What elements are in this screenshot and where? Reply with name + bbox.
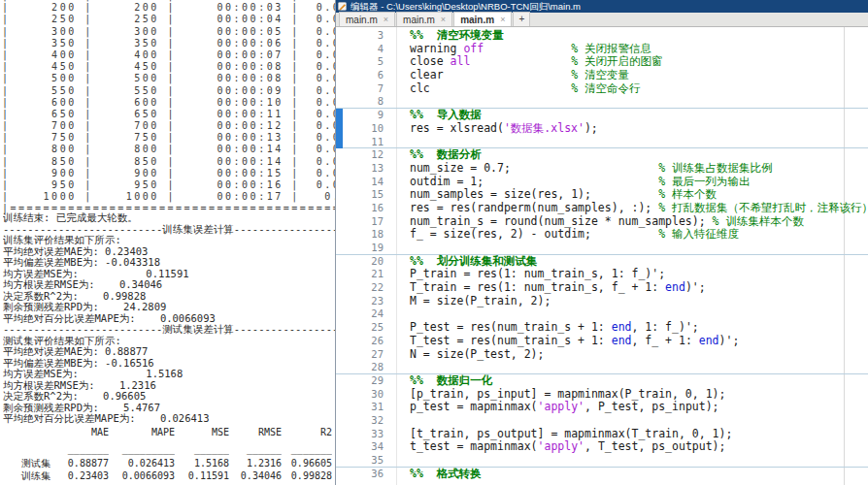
code-line-36[interactable]: 36%% 格式转换: [336, 467, 868, 481]
code-editor[interactable]: 3%% 清空环境变量4warning off % 关闭报警信息5close al…: [336, 27, 868, 485]
code-line-text[interactable]: outdim = 1; % 最后一列为输出: [396, 176, 751, 189]
code-line-text[interactable]: clc % 清空命令行: [396, 82, 641, 96]
line-number[interactable]: 9: [336, 109, 396, 122]
line-number[interactable]: 29: [336, 374, 396, 388]
code-line-27[interactable]: 27N = size(P_test, 2);: [336, 348, 868, 362]
code-line-32[interactable]: 32: [336, 414, 868, 428]
code-line-text[interactable]: T_train = res(1: num_train_s, f_ + 1: en…: [396, 281, 706, 295]
code-line-17[interactable]: 17num_train_s = round(num_size * num_sam…: [336, 215, 868, 229]
line-number[interactable]: 26: [336, 335, 396, 348]
code-line-18[interactable]: 18f_ = size(res, 2) - outdim; % 输入特征维度: [336, 228, 868, 242]
code-line-text[interactable]: clear % 清空变量: [396, 69, 629, 82]
code-line-16[interactable]: 16res = res(randperm(num_samples), :); %…: [336, 202, 868, 215]
code-line-text[interactable]: [396, 361, 410, 374]
code-line-10[interactable]: 10res = xlsread('数据集.xlsx');: [336, 122, 868, 136]
line-number[interactable]: 15: [336, 188, 396, 202]
code-line-29[interactable]: 29%% 数据归一化: [336, 373, 868, 388]
code-line-26[interactable]: 26T_test = res(num_train_s + 1: end, f_ …: [336, 335, 868, 348]
line-number[interactable]: 24: [336, 307, 396, 321]
code-line-text[interactable]: %% 清空环境变量: [396, 29, 504, 43]
line-number[interactable]: 16: [336, 202, 396, 215]
code-line-11[interactable]: 11: [336, 136, 868, 149]
code-line-4[interactable]: 4warning off % 关闭报警信息: [336, 43, 868, 56]
code-line-3[interactable]: 3%% 清空环境变量: [336, 29, 868, 43]
line-number[interactable]: 14: [336, 176, 396, 189]
code-line-text[interactable]: %% 格式转换: [396, 468, 482, 481]
line-number[interactable]: 36: [336, 468, 396, 481]
code-line-34[interactable]: 34t_test = mapminmax('apply', T_test, ps…: [336, 440, 868, 454]
line-number[interactable]: 25: [336, 321, 396, 335]
code-line-text[interactable]: close all % 关闭开启的图窗: [396, 55, 663, 69]
tab-close-icon[interactable]: ×: [500, 14, 505, 26]
code-line-text[interactable]: [396, 414, 410, 428]
code-line-text[interactable]: P_test = res(num_train_s + 1: end, 1: f_…: [396, 321, 699, 335]
code-line-33[interactable]: 33[t_train, ps_output] = mapminmax(T_tra…: [336, 428, 868, 441]
line-number[interactable]: 23: [336, 295, 396, 308]
code-line-text[interactable]: num_samples = size(res, 1); % 样本个数: [396, 188, 717, 202]
code-line-text[interactable]: [396, 242, 410, 255]
code-line-text[interactable]: num_train_s = round(num_size * num_sampl…: [396, 215, 804, 229]
code-line-text[interactable]: [p_train, ps_input] = mapminmax(P_train,…: [396, 388, 725, 402]
line-number[interactable]: 30: [336, 388, 396, 402]
code-line-text[interactable]: res = res(randperm(num_samples), :); % 打…: [396, 202, 868, 215]
tab-main-m-3[interactable]: main.m×: [453, 12, 512, 26]
code-line-text[interactable]: %% 划分训练集和测试集: [396, 255, 537, 269]
code-line-31[interactable]: 31p_test = mapminmax('apply', P_test, ps…: [336, 401, 868, 414]
code-line-text[interactable]: [396, 95, 410, 109]
code-line-text[interactable]: %% 导入数据: [396, 109, 482, 122]
code-line-text[interactable]: num_size = 0.7; % 训练集占数据集比例: [396, 162, 773, 176]
code-line-7[interactable]: 7clc % 清空命令行: [336, 82, 868, 96]
line-number[interactable]: 19: [336, 242, 396, 255]
code-line-28[interactable]: 28: [336, 361, 868, 374]
code-line-8[interactable]: 8: [336, 95, 868, 109]
line-number[interactable]: 6: [336, 69, 396, 82]
line-number[interactable]: 31: [336, 401, 396, 414]
code-line-5[interactable]: 5close all % 关闭开启的图窗: [336, 55, 868, 69]
line-number[interactable]: 12: [336, 148, 396, 162]
new-tab-button[interactable]: +: [513, 12, 530, 26]
code-line-text[interactable]: M = size(P_train, 2);: [396, 295, 551, 308]
code-line-12[interactable]: 12%% 数据分析: [336, 147, 868, 162]
line-number[interactable]: 10: [336, 122, 396, 136]
code-line-15[interactable]: 15num_samples = size(res, 1); % 样本个数: [336, 188, 868, 202]
code-line-text[interactable]: p_test = mapminmax('apply', P_test, ps_i…: [396, 401, 719, 414]
line-number[interactable]: 18: [336, 228, 396, 242]
code-line-23[interactable]: 23M = size(P_train, 2);: [336, 295, 868, 308]
line-number[interactable]: 13: [336, 162, 396, 176]
code-line-text[interactable]: [396, 136, 410, 149]
line-number[interactable]: 3: [336, 29, 396, 43]
code-line-35[interactable]: 35: [336, 454, 868, 468]
line-number[interactable]: 4: [336, 43, 396, 56]
code-line-9[interactable]: 9%% 导入数据: [336, 108, 868, 122]
code-line-text[interactable]: P_train = res(1: num_train_s, 1: f_)';: [396, 268, 665, 281]
command-window[interactable]: | 150 | 150 | 00:00:02 | 0.04| 200 | 200…: [0, 0, 335, 485]
line-number[interactable]: 35: [336, 454, 396, 468]
line-number[interactable]: 5: [336, 55, 396, 69]
line-number[interactable]: 20: [336, 255, 396, 269]
tab-close-icon[interactable]: ×: [384, 14, 388, 26]
line-number[interactable]: 28: [336, 361, 396, 374]
line-number[interactable]: 34: [336, 440, 396, 454]
code-line-21[interactable]: 21P_train = res(1: num_train_s, 1: f_)';: [336, 268, 868, 281]
code-line-text[interactable]: res = xlsread('数据集.xlsx');: [396, 122, 598, 136]
code-line-6[interactable]: 6clear % 清空变量: [336, 69, 868, 82]
line-number[interactable]: 22: [336, 281, 396, 295]
code-line-22[interactable]: 22T_train = res(1: num_train_s, f_ + 1: …: [336, 281, 868, 295]
code-line-25[interactable]: 25P_test = res(num_train_s + 1: end, 1: …: [336, 321, 868, 335]
code-line-text[interactable]: f_ = size(res, 2) - outdim; % 输入特征维度: [396, 228, 739, 242]
tab-main-m-1[interactable]: main.m×: [339, 12, 395, 26]
code-line-13[interactable]: 13num_size = 0.7; % 训练集占数据集比例: [336, 162, 868, 176]
tab-main-m-2[interactable]: main.m×: [396, 12, 452, 26]
code-line-text[interactable]: [396, 307, 410, 321]
code-line-text[interactable]: warning off % 关闭报警信息: [396, 43, 651, 56]
line-number[interactable]: 33: [336, 428, 396, 441]
code-line-text[interactable]: [396, 454, 410, 468]
line-number[interactable]: 11: [336, 136, 396, 149]
code-line-14[interactable]: 14outdim = 1; % 最后一列为输出: [336, 176, 868, 189]
line-number[interactable]: 8: [336, 95, 396, 109]
code-line-text[interactable]: %% 数据分析: [396, 148, 482, 162]
line-number[interactable]: 21: [336, 268, 396, 281]
code-line-text[interactable]: [t_train, ps_output] = mapminmax(T_train…: [396, 428, 732, 441]
code-line-20[interactable]: 20%% 划分训练集和测试集: [336, 254, 868, 269]
code-line-24[interactable]: 24: [336, 307, 868, 321]
